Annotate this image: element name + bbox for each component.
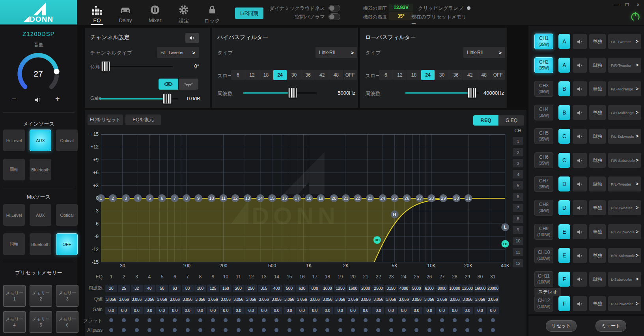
eq-freq-24[interactable]: 4000 [398,285,410,292]
eq-freq-30[interactable]: 16000 [474,285,486,292]
eq-freq-18[interactable]: 1000 [321,285,333,292]
eq-band-handle-14[interactable]: 14 [256,194,264,202]
hpf-slope-24[interactable]: 24 [273,70,287,80]
tab-delay[interactable]: Delay [113,3,138,25]
eq-gain-3[interactable]: 0.0 [131,307,143,314]
channels-mute-button[interactable]: ミュート [595,320,626,332]
eq-band-handle-17[interactable]: 17 [293,194,301,202]
hpf-type-selector[interactable]: Link-Ril > [315,47,357,58]
eq-q-30[interactable]: 3.056 [474,296,487,303]
close-button[interactable]: × [634,2,642,8]
tab-mixer[interactable]: Mixer [142,3,168,25]
eq-freq-19[interactable]: 1250 [334,285,346,292]
eq-freq-20[interactable]: 1600 [347,285,359,292]
eq-gain-12[interactable]: 0.0 [245,307,257,314]
group-button-ch5[interactable]: C [558,129,570,144]
channel-button-ch1[interactable]: CH1(35W) [534,34,553,49]
solo-button-ch7[interactable]: 単独 [589,176,606,191]
channel-button-ch10[interactable]: CH10(100W) [534,248,553,263]
eq-allpass-dot-30[interactable] [478,328,482,332]
eq-flat-dot-23[interactable] [389,318,393,322]
mute-button-ch2[interactable] [573,58,587,73]
plot-ch-10[interactable]: 10 [513,237,523,245]
lpf-slope-36[interactable]: 36 [449,70,463,80]
eq-allpass-dot-8[interactable] [198,328,202,332]
eq-gain-18[interactable]: 0.0 [321,307,333,314]
lpf-type-selector[interactable]: Link-Ril > [463,47,505,58]
type-button-ch12[interactable]: R-Subwoofer> [608,296,641,311]
eq-allpass-dot-11[interactable] [237,328,241,332]
solo-button-ch10[interactable]: 単独 [589,248,606,263]
eq-freq-10[interactable]: 160 [220,285,231,292]
mute-button-ch10[interactable] [573,248,587,263]
eq-freq-26[interactable]: 6300 [424,285,435,292]
eq-band-handle-13[interactable]: 13 [244,194,252,202]
type-button-ch3[interactable]: F/L-Midrange> [608,81,641,96]
eq-freq-8[interactable]: 100 [194,285,206,292]
eq-band-handle-22[interactable]: 22 [354,194,362,202]
eq-band-handle-31[interactable]: 31 [465,194,472,202]
eq-gain-15[interactable]: 0.0 [284,307,295,314]
eq-q-25[interactable]: 3.056 [410,296,423,303]
type-button-ch4[interactable]: F/R-Midrange> [608,105,641,120]
crossover-marker-h[interactable]: H [391,210,399,218]
solo-button-ch8[interactable]: 単独 [589,200,606,215]
eq-q-17[interactable]: 3.056 [308,296,321,303]
eq-q-5[interactable]: 3.056 [156,296,168,303]
channel-button-ch7[interactable]: CH7(35W) [534,176,553,192]
eq-q-4[interactable]: 3.056 [143,296,156,303]
solo-button-ch5[interactable]: 単独 [589,129,606,144]
eq-freq-23[interactable]: 3150 [385,285,397,292]
eq-gain-9[interactable]: 0.0 [207,307,219,314]
eq-q-7[interactable]: 3.056 [181,296,194,303]
eq-flat-dot-16[interactable] [300,318,304,322]
crossover-marker-lo[interactable]: LO [502,240,509,248]
eq-q-10[interactable]: 3.056 [219,296,232,303]
eq-freq-7[interactable]: 80 [182,285,194,292]
eq-q-20[interactable]: 3.056 [347,296,359,303]
group-button-ch10[interactable]: E [558,248,570,263]
type-button-ch1[interactable]: F/L-Tweeter> [608,34,641,49]
eq-gain-4[interactable]: 0.0 [144,307,155,314]
eq-band-handle-30[interactable]: 30 [452,194,460,202]
eq-q-9[interactable]: 3.056 [207,296,219,303]
eq-q-1[interactable]: 3.056 [105,296,118,303]
eq-flat-dot-5[interactable] [160,318,164,322]
eq-gain-30[interactable]: 0.0 [474,307,486,314]
eq-allpass-dot-3[interactable] [135,328,139,332]
speaker-icon[interactable] [34,96,43,104]
eq-flat-dot-1[interactable] [109,318,113,322]
volume-up-button[interactable]: + [55,94,60,103]
eq-band-handle-5[interactable]: 5 [146,194,154,202]
plot-ch-3[interactable]: 3 [513,159,523,167]
eq-freq-21[interactable]: 2000 [360,285,371,292]
eq-gain-10[interactable]: 0.0 [220,307,231,314]
eq-q-21[interactable]: 3.056 [359,296,372,303]
eq-flat-dot-12[interactable] [249,318,253,322]
hpf-freq-slider-track[interactable] [243,92,317,94]
tab-settings[interactable]: 設定 [171,3,196,25]
eq-gain-7[interactable]: 0.0 [182,307,194,314]
crossover-marker-ho[interactable]: HO [373,236,381,244]
preset-memory-1[interactable]: メモリー1 [3,285,26,307]
solo-button-ch12[interactable]: 単独 [589,296,606,311]
eq-band-handle-24[interactable]: 24 [379,194,386,202]
eq-gain-31[interactable]: 0.0 [487,307,499,314]
eq-show-button[interactable] [159,79,178,90]
mute-button-ch4[interactable] [573,105,587,120]
eq-q-16[interactable]: 3.056 [296,296,308,303]
eq-band-handle-6[interactable]: 6 [158,194,166,202]
eq-allpass-dot-7[interactable] [186,328,190,332]
group-button-ch7[interactable]: D [558,176,570,191]
eq-flat-dot-15[interactable] [287,318,291,322]
hpf-slope-12[interactable]: 12 [245,70,259,80]
type-button-ch7[interactable]: R/L-Tweeter> [608,176,641,191]
eq-allpass-dot-19[interactable] [338,328,342,332]
mute-button-ch1[interactable] [573,34,587,49]
eq-flat-dot-30[interactable] [478,318,482,322]
plot-ch-1[interactable]: 1 [513,137,523,145]
eq-gain-14[interactable]: 0.0 [271,307,282,314]
dynamic-loudness-toggle[interactable] [329,5,340,11]
eq-freq-25[interactable]: 5000 [411,285,422,292]
lpf-slope-12[interactable]: 12 [393,70,407,80]
